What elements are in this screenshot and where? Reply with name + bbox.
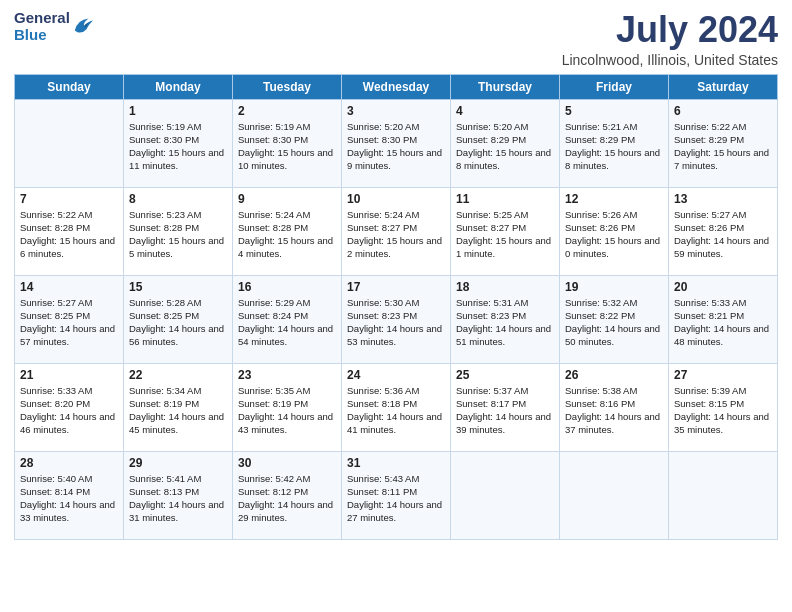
- col-friday: Friday: [560, 74, 669, 99]
- table-row: 21Sunrise: 5:33 AMSunset: 8:20 PMDayligh…: [15, 363, 124, 451]
- table-row: 10Sunrise: 5:24 AMSunset: 8:27 PMDayligh…: [342, 187, 451, 275]
- table-row: 14Sunrise: 5:27 AMSunset: 8:25 PMDayligh…: [15, 275, 124, 363]
- day-number: 24: [347, 368, 445, 382]
- table-row: 8Sunrise: 5:23 AMSunset: 8:28 PMDaylight…: [124, 187, 233, 275]
- calendar-table: Sunday Monday Tuesday Wednesday Thursday…: [14, 74, 778, 540]
- day-number: 8: [129, 192, 227, 206]
- day-details: Sunrise: 5:27 AMSunset: 8:26 PMDaylight:…: [674, 208, 772, 261]
- logo-bird-icon: [72, 14, 94, 36]
- day-details: Sunrise: 5:25 AMSunset: 8:27 PMDaylight:…: [456, 208, 554, 261]
- logo-general: General: [14, 10, 70, 27]
- table-row: 18Sunrise: 5:31 AMSunset: 8:23 PMDayligh…: [451, 275, 560, 363]
- day-number: 21: [20, 368, 118, 382]
- table-row: 6Sunrise: 5:22 AMSunset: 8:29 PMDaylight…: [669, 99, 778, 187]
- table-row: 22Sunrise: 5:34 AMSunset: 8:19 PMDayligh…: [124, 363, 233, 451]
- col-wednesday: Wednesday: [342, 74, 451, 99]
- day-details: Sunrise: 5:39 AMSunset: 8:15 PMDaylight:…: [674, 384, 772, 437]
- day-details: Sunrise: 5:38 AMSunset: 8:16 PMDaylight:…: [565, 384, 663, 437]
- day-details: Sunrise: 5:43 AMSunset: 8:11 PMDaylight:…: [347, 472, 445, 525]
- day-details: Sunrise: 5:32 AMSunset: 8:22 PMDaylight:…: [565, 296, 663, 349]
- table-row: 11Sunrise: 5:25 AMSunset: 8:27 PMDayligh…: [451, 187, 560, 275]
- page: General Blue July 2024 Lincolnwood, Illi…: [0, 0, 792, 612]
- table-row: 7Sunrise: 5:22 AMSunset: 8:28 PMDaylight…: [15, 187, 124, 275]
- day-number: 31: [347, 456, 445, 470]
- day-details: Sunrise: 5:34 AMSunset: 8:19 PMDaylight:…: [129, 384, 227, 437]
- day-number: 4: [456, 104, 554, 118]
- day-details: Sunrise: 5:42 AMSunset: 8:12 PMDaylight:…: [238, 472, 336, 525]
- day-number: 7: [20, 192, 118, 206]
- calendar-week-0: 1Sunrise: 5:19 AMSunset: 8:30 PMDaylight…: [15, 99, 778, 187]
- day-number: 3: [347, 104, 445, 118]
- day-details: Sunrise: 5:19 AMSunset: 8:30 PMDaylight:…: [129, 120, 227, 173]
- table-row: 4Sunrise: 5:20 AMSunset: 8:29 PMDaylight…: [451, 99, 560, 187]
- day-details: Sunrise: 5:24 AMSunset: 8:27 PMDaylight:…: [347, 208, 445, 261]
- day-number: 11: [456, 192, 554, 206]
- day-number: 25: [456, 368, 554, 382]
- day-details: Sunrise: 5:26 AMSunset: 8:26 PMDaylight:…: [565, 208, 663, 261]
- day-details: Sunrise: 5:20 AMSunset: 8:29 PMDaylight:…: [456, 120, 554, 173]
- logo-area: General Blue: [14, 10, 94, 43]
- logo-text: General Blue: [14, 10, 70, 43]
- table-row: 31Sunrise: 5:43 AMSunset: 8:11 PMDayligh…: [342, 451, 451, 539]
- table-row: 1Sunrise: 5:19 AMSunset: 8:30 PMDaylight…: [124, 99, 233, 187]
- day-number: 5: [565, 104, 663, 118]
- day-number: 20: [674, 280, 772, 294]
- table-row: 29Sunrise: 5:41 AMSunset: 8:13 PMDayligh…: [124, 451, 233, 539]
- day-number: 6: [674, 104, 772, 118]
- calendar-week-3: 21Sunrise: 5:33 AMSunset: 8:20 PMDayligh…: [15, 363, 778, 451]
- day-details: Sunrise: 5:31 AMSunset: 8:23 PMDaylight:…: [456, 296, 554, 349]
- table-row: 24Sunrise: 5:36 AMSunset: 8:18 PMDayligh…: [342, 363, 451, 451]
- calendar-week-2: 14Sunrise: 5:27 AMSunset: 8:25 PMDayligh…: [15, 275, 778, 363]
- header-row: General Blue July 2024 Lincolnwood, Illi…: [14, 10, 778, 68]
- subtitle: Lincolnwood, Illinois, United States: [562, 52, 778, 68]
- day-number: 10: [347, 192, 445, 206]
- day-number: 29: [129, 456, 227, 470]
- day-details: Sunrise: 5:29 AMSunset: 8:24 PMDaylight:…: [238, 296, 336, 349]
- day-details: Sunrise: 5:28 AMSunset: 8:25 PMDaylight:…: [129, 296, 227, 349]
- day-details: Sunrise: 5:33 AMSunset: 8:20 PMDaylight:…: [20, 384, 118, 437]
- day-details: Sunrise: 5:22 AMSunset: 8:29 PMDaylight:…: [674, 120, 772, 173]
- day-number: 17: [347, 280, 445, 294]
- day-number: 27: [674, 368, 772, 382]
- day-details: Sunrise: 5:23 AMSunset: 8:28 PMDaylight:…: [129, 208, 227, 261]
- table-row: [669, 451, 778, 539]
- col-saturday: Saturday: [669, 74, 778, 99]
- table-row: 3Sunrise: 5:20 AMSunset: 8:30 PMDaylight…: [342, 99, 451, 187]
- day-details: Sunrise: 5:24 AMSunset: 8:28 PMDaylight:…: [238, 208, 336, 261]
- table-row: 2Sunrise: 5:19 AMSunset: 8:30 PMDaylight…: [233, 99, 342, 187]
- day-details: Sunrise: 5:22 AMSunset: 8:28 PMDaylight:…: [20, 208, 118, 261]
- col-thursday: Thursday: [451, 74, 560, 99]
- col-sunday: Sunday: [15, 74, 124, 99]
- col-monday: Monday: [124, 74, 233, 99]
- day-details: Sunrise: 5:36 AMSunset: 8:18 PMDaylight:…: [347, 384, 445, 437]
- logo-blue: Blue: [14, 27, 70, 44]
- day-number: 26: [565, 368, 663, 382]
- main-title: July 2024: [562, 10, 778, 50]
- day-details: Sunrise: 5:21 AMSunset: 8:29 PMDaylight:…: [565, 120, 663, 173]
- day-number: 14: [20, 280, 118, 294]
- table-row: 9Sunrise: 5:24 AMSunset: 8:28 PMDaylight…: [233, 187, 342, 275]
- table-row: 23Sunrise: 5:35 AMSunset: 8:19 PMDayligh…: [233, 363, 342, 451]
- day-number: 22: [129, 368, 227, 382]
- table-row: [15, 99, 124, 187]
- day-number: 28: [20, 456, 118, 470]
- day-number: 30: [238, 456, 336, 470]
- day-number: 2: [238, 104, 336, 118]
- table-row: 16Sunrise: 5:29 AMSunset: 8:24 PMDayligh…: [233, 275, 342, 363]
- day-details: Sunrise: 5:20 AMSunset: 8:30 PMDaylight:…: [347, 120, 445, 173]
- day-number: 18: [456, 280, 554, 294]
- day-number: 16: [238, 280, 336, 294]
- table-row: 13Sunrise: 5:27 AMSunset: 8:26 PMDayligh…: [669, 187, 778, 275]
- table-row: [451, 451, 560, 539]
- day-details: Sunrise: 5:37 AMSunset: 8:17 PMDaylight:…: [456, 384, 554, 437]
- table-row: 15Sunrise: 5:28 AMSunset: 8:25 PMDayligh…: [124, 275, 233, 363]
- table-row: 28Sunrise: 5:40 AMSunset: 8:14 PMDayligh…: [15, 451, 124, 539]
- day-details: Sunrise: 5:33 AMSunset: 8:21 PMDaylight:…: [674, 296, 772, 349]
- day-number: 23: [238, 368, 336, 382]
- calendar-week-1: 7Sunrise: 5:22 AMSunset: 8:28 PMDaylight…: [15, 187, 778, 275]
- calendar-week-4: 28Sunrise: 5:40 AMSunset: 8:14 PMDayligh…: [15, 451, 778, 539]
- day-details: Sunrise: 5:41 AMSunset: 8:13 PMDaylight:…: [129, 472, 227, 525]
- table-row: 19Sunrise: 5:32 AMSunset: 8:22 PMDayligh…: [560, 275, 669, 363]
- table-row: 25Sunrise: 5:37 AMSunset: 8:17 PMDayligh…: [451, 363, 560, 451]
- day-details: Sunrise: 5:27 AMSunset: 8:25 PMDaylight:…: [20, 296, 118, 349]
